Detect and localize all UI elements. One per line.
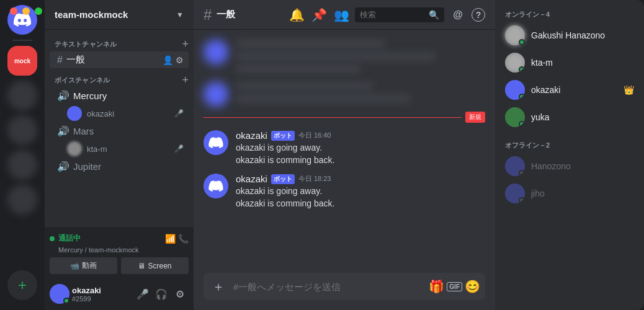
channel-sidebar: team-mockmock ▼ テキストチャンネル + # 一般 👤 ⚙ ボイス… xyxy=(45,0,194,310)
blurred-line xyxy=(236,64,360,73)
voice-signal-icon[interactable]: 📶 xyxy=(165,234,176,244)
chat-area: # 一般 🔔 📌 👥 🔍 @ ? xyxy=(194,0,495,310)
add-voice-channel-button[interactable]: + xyxy=(182,74,189,86)
add-text-channel-button[interactable]: + xyxy=(182,38,189,50)
voice-disconnect-icon[interactable]: 📞 xyxy=(178,234,189,244)
message-avatar-1 xyxy=(203,130,228,155)
settings-icon[interactable]: ⚙ xyxy=(176,55,184,65)
new-messages-divider: 新規 xyxy=(203,112,485,123)
screen-label: Screen xyxy=(148,262,171,270)
message-content-2: okazaki ボット 今日 18:23 okazaki is going aw… xyxy=(236,174,485,210)
close-button[interactable] xyxy=(10,7,17,15)
screen-share-button[interactable]: 🖥 Screen xyxy=(121,257,189,274)
deafen-button[interactable]: 🎧 xyxy=(153,285,170,303)
online-members-category: オンライン－4 Gakushi Hanazono kta-m okazaki � xyxy=(500,10,639,131)
server-icon-blurred-1[interactable] xyxy=(7,81,37,110)
bot-badge-2: ボット xyxy=(271,174,295,184)
online-label: オンライン－4 xyxy=(500,10,639,22)
search-box[interactable]: 🔍 xyxy=(355,7,444,22)
server-icon-blurred-2[interactable] xyxy=(7,115,37,145)
gif-button[interactable]: GIF xyxy=(447,282,462,291)
message-input[interactable] xyxy=(233,281,424,292)
member-name-jiho: jiho xyxy=(531,188,634,198)
chat-header-icons: 🔔 📌 👥 🔍 @ ? xyxy=(288,6,485,24)
notification-bell-icon[interactable]: 🔔 xyxy=(288,6,305,24)
blurred-line xyxy=(236,82,373,91)
voice-category-header[interactable]: ボイスチャンネル + xyxy=(45,71,194,87)
member-name-hanozono: Hanozono xyxy=(531,161,634,171)
channel-item-general[interactable]: # 一般 👤 ⚙ xyxy=(50,51,189,68)
search-input[interactable] xyxy=(360,10,429,19)
server-icon-blurred-3[interactable] xyxy=(7,150,37,180)
user-settings-button[interactable]: ⚙ xyxy=(171,285,189,303)
user-status-indicator xyxy=(63,298,69,304)
member-item-jiho[interactable]: jiho xyxy=(500,180,639,207)
chat-header: # 一般 🔔 📌 👥 🔍 @ ? xyxy=(194,0,495,30)
at-mention-icon[interactable]: @ xyxy=(449,6,467,24)
messages-area: 新規 okazaki ボット 今日 16:40 okazaki is going… xyxy=(194,30,495,273)
user-name-kta-m: kta-m xyxy=(87,144,174,154)
member-status-jiho xyxy=(519,197,525,203)
message-header-2: okazaki ボット 今日 18:23 xyxy=(236,174,485,184)
text-category-header[interactable]: テキストチャンネル + xyxy=(45,35,194,51)
member-name-gakushi: Gakushi Hanazono xyxy=(531,30,634,40)
channels-list: テキストチャンネル + # 一般 👤 ⚙ ボイスチャンネル + 🔊 Mercur xyxy=(45,30,194,228)
gift-icon[interactable]: 🎁 xyxy=(429,279,444,294)
add-server-button[interactable]: + xyxy=(7,270,37,300)
message-text-1a: okazaki is going away. xyxy=(236,142,485,154)
maximize-button[interactable] xyxy=(35,7,42,15)
member-status-kta-m xyxy=(519,66,525,73)
hash-icon: # xyxy=(57,55,63,66)
member-status-yuka xyxy=(519,121,525,127)
user-name-okazaki: okazaki xyxy=(87,109,174,118)
crown-icon: 👑 xyxy=(624,85,634,95)
emoji-icon[interactable]: 😊 xyxy=(465,279,480,294)
message-text-2a: okazaki is going away. xyxy=(236,185,485,198)
video-button[interactable]: 📹 動画 xyxy=(50,257,117,274)
channel-item-mercury[interactable]: 🔊 Mercury xyxy=(50,87,189,104)
bot-badge-1: ボット xyxy=(271,131,295,141)
member-status-hanozono xyxy=(519,170,525,176)
members-list-icon[interactable]: 👥 xyxy=(333,6,350,24)
member-item-kta-m[interactable]: kta-m xyxy=(500,49,639,76)
member-avatar-kta-m xyxy=(505,53,525,73)
volume-icon-mars: 🔊 xyxy=(57,125,69,137)
invite-icon[interactable]: 👤 xyxy=(163,55,173,65)
voice-user-okazaki[interactable]: okazaki 🎤 xyxy=(50,105,189,122)
blurred-content-1 xyxy=(236,40,485,77)
mute-button[interactable]: 🎤 xyxy=(134,285,151,303)
server-header[interactable]: team-mockmock ▼ xyxy=(45,0,194,30)
volume-icon: 🔊 xyxy=(57,90,69,102)
channel-hash-icon: # xyxy=(203,6,212,24)
message-text-2b: okazaki is comming back. xyxy=(236,198,485,210)
server-icon-team[interactable]: mock xyxy=(7,46,37,76)
server-icon-blurred-4[interactable] xyxy=(7,185,37,215)
chevron-down-icon: ▼ xyxy=(176,11,184,19)
divider-line xyxy=(203,117,462,118)
member-avatar-jiho xyxy=(505,184,525,203)
member-name-yuka: yuka xyxy=(531,112,634,122)
blurred-avatar-1 xyxy=(203,40,228,64)
text-channel-category: テキストチャンネル + # 一般 👤 ⚙ xyxy=(45,35,194,68)
user-avatar-okazaki-sm xyxy=(67,106,82,121)
help-icon[interactable]: ? xyxy=(472,8,485,22)
offline-members-category: オフライン－2 Hanozono jiho xyxy=(500,141,639,207)
channel-name-general: 一般 xyxy=(66,54,85,66)
message-group-1: okazaki ボット 今日 16:40 okazaki is going aw… xyxy=(194,128,495,169)
member-item-hanozono[interactable]: Hanozono xyxy=(500,153,639,180)
server-divider xyxy=(12,40,32,41)
member-item-gakushi[interactable]: Gakushi Hanazono xyxy=(500,22,639,49)
attach-plus-button[interactable]: ＋ xyxy=(208,277,228,296)
channel-item-jupiter[interactable]: 🔊 Jupiter xyxy=(50,158,189,175)
message-avatar-2 xyxy=(203,174,228,198)
member-item-okazaki[interactable]: okazaki 👑 xyxy=(500,76,639,104)
member-item-yuka[interactable]: yuka xyxy=(500,104,639,131)
channel-item-mars[interactable]: 🔊 Mars xyxy=(50,123,189,140)
minimize-button[interactable] xyxy=(22,7,30,15)
blurred-line xyxy=(236,94,410,103)
current-user-avatar xyxy=(50,284,69,304)
channel-name-mars: Mars xyxy=(73,126,94,136)
message-input-area: ＋ 🎁 GIF 😊 xyxy=(194,273,495,310)
pin-icon[interactable]: 📌 xyxy=(310,6,328,24)
voice-user-kta-m[interactable]: kta-m 🎤 xyxy=(50,140,189,157)
